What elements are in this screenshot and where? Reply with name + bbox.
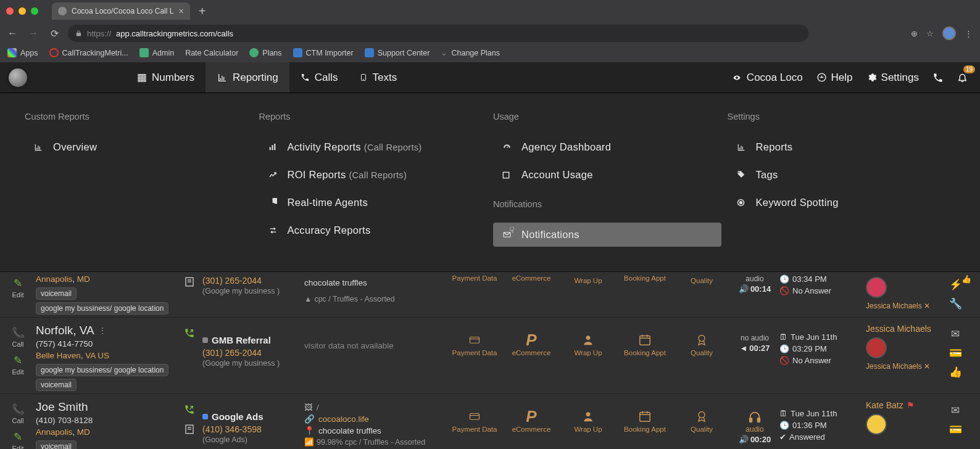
avatar[interactable] bbox=[866, 337, 887, 358]
visitor-link[interactable]: cocoaloco.life bbox=[318, 414, 369, 424]
new-tab-button[interactable]: + bbox=[195, 4, 210, 19]
edit-icon[interactable]: ✎ bbox=[14, 354, 22, 367]
app-logo[interactable] bbox=[9, 68, 27, 87]
note-icon[interactable] bbox=[184, 424, 195, 435]
card-icon[interactable]: 💳 bbox=[949, 347, 962, 360]
metric-quality[interactable]: Quality bbox=[673, 324, 730, 356]
notifications-bell[interactable] bbox=[957, 72, 968, 83]
window-close-button[interactable] bbox=[6, 7, 14, 15]
tag-chip[interactable]: voicemail bbox=[36, 287, 77, 300]
avatar[interactable] bbox=[866, 414, 887, 435]
bookmark-admin[interactable]: Admin bbox=[139, 48, 174, 57]
source-phone[interactable]: (410) 346-3598 bbox=[202, 424, 304, 434]
audio-cell[interactable]: no audio ◄00:27 bbox=[730, 324, 779, 353]
browser-tab[interactable]: Cocoa Loco/Cocoa Loco Call L × bbox=[52, 2, 190, 20]
reload-button[interactable]: ⟳ bbox=[47, 26, 62, 41]
source-cell: (301) 265-2044 (Google my business ) bbox=[202, 274, 304, 295]
menu-accuracy-reports[interactable]: Accuracy Reports bbox=[259, 218, 488, 242]
gear-icon bbox=[866, 72, 877, 83]
audio-cell[interactable]: audio 🔊00:20 bbox=[730, 400, 779, 444]
metric-payment[interactable]: Payment Data bbox=[446, 400, 503, 433]
star-icon[interactable]: ☆ bbox=[926, 29, 934, 38]
source-phone[interactable]: (301) 265-2044 bbox=[202, 276, 304, 286]
metric-wrapup[interactable]: Wrap Up bbox=[560, 400, 617, 433]
metric-booking[interactable]: Booking Appt bbox=[617, 274, 673, 282]
menu-activity-reports[interactable]: Activity Reports (Call Reports) bbox=[259, 135, 488, 159]
metric-label: Wrap Up bbox=[574, 426, 602, 433]
card-icon[interactable]: 💳 bbox=[949, 423, 962, 436]
mail-icon[interactable]: ✉ bbox=[951, 327, 960, 340]
thumb-up-icon[interactable]: 👍 bbox=[949, 366, 962, 379]
tag-chip[interactable]: voicemail bbox=[36, 379, 77, 391]
forward-button[interactable]: → bbox=[26, 26, 41, 41]
menu-reports-settings[interactable]: Reports bbox=[728, 135, 956, 159]
metric-wrapup[interactable]: Wrap Up bbox=[560, 274, 617, 284]
phone-icon[interactable]: 📞 bbox=[12, 403, 25, 416]
tag-chip[interactable]: google my bussiness/ google location bbox=[36, 302, 168, 315]
nav-texts[interactable]: Texts bbox=[349, 62, 408, 93]
help-link[interactable]: Help bbox=[816, 72, 853, 84]
metric-wrapup[interactable]: Wrap Up bbox=[560, 324, 617, 356]
bookmark-change-plans[interactable]: ⌄Change Plans bbox=[441, 48, 500, 57]
metric-ecommerce[interactable]: eCommerce bbox=[503, 274, 560, 282]
avatar[interactable] bbox=[866, 277, 887, 298]
nav-reporting[interactable]: Reporting bbox=[206, 62, 289, 93]
profile-avatar[interactable] bbox=[942, 27, 956, 40]
edit-icon[interactable]: ✎ bbox=[14, 430, 22, 443]
menu-roi-reports[interactable]: ROI Reports (Call Reports) bbox=[259, 163, 488, 187]
window-minimize-button[interactable] bbox=[19, 7, 26, 15]
menu-agency-dashboard[interactable]: Agency Dashboard bbox=[493, 135, 721, 159]
metric-payment[interactable]: Payment Data bbox=[446, 324, 503, 356]
when-cell: 🕒03:34 PM 🚫No Answer bbox=[779, 274, 866, 295]
close-tab-icon[interactable]: × bbox=[178, 6, 183, 16]
dial-icon-button[interactable] bbox=[932, 72, 944, 83]
search-icon[interactable]: ⊕ bbox=[911, 29, 918, 38]
bookmark-plans[interactable]: Plans bbox=[249, 48, 281, 57]
metric-booking[interactable]: Booking Appt bbox=[617, 400, 673, 433]
nav-calls[interactable]: Calls bbox=[289, 62, 349, 93]
bookmark-apps[interactable]: Apps bbox=[7, 48, 38, 57]
metric-quality[interactable]: Quality bbox=[673, 274, 730, 284]
menu-keyword-spotting[interactable]: Keyword Spotting bbox=[728, 191, 956, 215]
account-switcher[interactable]: Cocoa Loco bbox=[731, 72, 803, 84]
menu-overview[interactable]: Overview bbox=[25, 135, 253, 159]
nav-numbers[interactable]: ▦ Numbers bbox=[126, 62, 206, 93]
wrench-icon[interactable]: 🔧 bbox=[949, 297, 962, 310]
metric-ecommerce[interactable]: PeCommerce bbox=[503, 400, 560, 433]
url-input[interactable]: https://app.calltrackingmetrics.com/call… bbox=[68, 25, 808, 42]
agent-top[interactable]: Jessica Michaels bbox=[866, 324, 931, 334]
edit-icon[interactable]: ✎ bbox=[14, 277, 22, 290]
headphones-icon bbox=[747, 410, 762, 424]
menu-tags[interactable]: Tags bbox=[728, 163, 956, 187]
audio-cell[interactable]: audio 🔊00:14 bbox=[730, 274, 779, 294]
menu-account-usage[interactable]: Account Usage bbox=[493, 163, 721, 187]
agent-top[interactable]: Kate Batz ⚑ bbox=[866, 400, 915, 410]
caller-name[interactable]: Joe Smith bbox=[36, 400, 184, 414]
tag-chip[interactable]: voicemail bbox=[36, 440, 77, 449]
bookmark-support[interactable]: Support Center bbox=[365, 48, 430, 57]
bookmark-rate-calc[interactable]: Rate Calculator bbox=[185, 49, 238, 57]
metric-ecommerce[interactable]: PeCommerce bbox=[503, 324, 560, 356]
flag-icon[interactable]: ⚑ bbox=[907, 400, 915, 410]
settings-link[interactable]: Settings bbox=[866, 72, 919, 84]
caller-name[interactable]: Norfolk, VA⋮ bbox=[36, 324, 184, 337]
bookmark-importer[interactable]: CTM Importer bbox=[293, 48, 354, 57]
tag-chip[interactable]: google my bussiness/ google location bbox=[36, 364, 168, 376]
row-tail-icons: ✉ 💳 bbox=[934, 400, 977, 436]
bolt-icon[interactable]: ⚡ bbox=[949, 278, 962, 291]
window-maximize-button[interactable] bbox=[31, 7, 38, 15]
bookmark-ctm[interactable]: CallTrackingMetri... bbox=[49, 48, 128, 57]
menu-realtime-agents[interactable]: Real-time Agents bbox=[259, 191, 488, 215]
metric-payment[interactable]: Payment Data bbox=[446, 274, 503, 282]
kebab-menu-icon[interactable]: ⋮ bbox=[965, 29, 973, 38]
menu-notifications[interactable]: Notifications bbox=[493, 223, 721, 247]
mail-icon[interactable]: ✉ bbox=[951, 404, 960, 417]
metric-quality[interactable]: Quality bbox=[673, 400, 730, 433]
back-button[interactable]: ← bbox=[5, 26, 20, 41]
phone-icon[interactable]: 📞 bbox=[12, 326, 25, 339]
kebab-icon[interactable]: ⋮ bbox=[98, 326, 107, 336]
metric-booking[interactable]: Booking Appt bbox=[617, 324, 673, 356]
source-phone[interactable]: (301) 265-2044 bbox=[202, 348, 304, 358]
thumb-up-icon[interactable]: 👍 bbox=[961, 274, 971, 284]
note-icon[interactable] bbox=[184, 274, 202, 287]
